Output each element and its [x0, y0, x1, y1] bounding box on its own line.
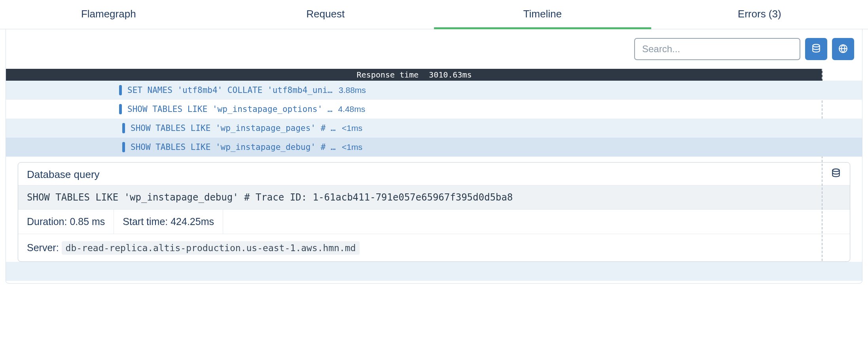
globe-icon — [838, 44, 848, 55]
span-marker — [119, 104, 122, 114]
query-text: SET NAMES 'utf8mb4' COLLATE 'utf8mb4_uni… — [127, 85, 333, 95]
query-duration: <1ms — [342, 123, 362, 133]
timeline-row[interactable]: SHOW TABLES LIKE 'wp_instapage_pages' # … — [6, 119, 862, 138]
detail-meta: Duration: 0.85 ms Start time: 424.25ms — [18, 210, 850, 234]
timeline-area: Response time 3010.63ms SET NAMES 'utf8m… — [6, 69, 862, 281]
server-value: db-read-replica.altis-production.us-east… — [62, 241, 360, 255]
query-duration: <1ms — [342, 142, 362, 152]
detail-duration: Duration: 0.85 ms — [18, 210, 114, 234]
detail-panel: Database query SHOW TABLES LIKE 'wp_inst… — [18, 162, 850, 262]
query-text: SHOW TABLES LIKE 'wp_instapage_pages' # … — [131, 123, 336, 133]
filter-http-button[interactable] — [832, 38, 854, 60]
timeline-panel: Response time 3010.63ms SET NAMES 'utf8m… — [6, 29, 862, 284]
tab-flamegraph[interactable]: Flamegraph — [0, 0, 217, 29]
server-label: Server: — [27, 242, 59, 253]
query-text: SHOW TABLES LIKE 'wp_instapage_options' … — [127, 104, 332, 114]
detail-start-time: Start time: 424.25ms — [114, 210, 223, 234]
timeline-rows: SET NAMES 'utf8mb4' COLLATE 'utf8mb4_uni… — [6, 81, 862, 281]
timeline-row[interactable]: SET NAMES 'utf8mb4' COLLATE 'utf8mb4_uni… — [6, 81, 862, 100]
span-marker — [119, 85, 122, 95]
timeline-row[interactable]: SHOW TABLES LIKE 'wp_instapage_options' … — [6, 100, 862, 119]
span-marker — [122, 142, 125, 152]
filter-database-button[interactable] — [805, 38, 827, 60]
timeline-row[interactable]: SHOW TABLES LIKE 'wp_instapage_debug' # … — [6, 138, 862, 157]
response-time-value: 3010.63ms — [429, 70, 472, 79]
search-input[interactable] — [634, 38, 800, 60]
database-icon — [831, 168, 841, 181]
detail-server: Server: db-read-replica.altis-production… — [18, 234, 850, 261]
query-text: SHOW TABLES LIKE 'wp_instapage_debug' # … — [131, 142, 336, 152]
response-time-label: Response time — [357, 70, 419, 79]
query-duration: 4.48ms — [338, 104, 365, 114]
query-duration: 3.88ms — [339, 85, 366, 95]
svg-point-0 — [813, 44, 819, 47]
span-marker — [122, 123, 125, 133]
tab-errors[interactable]: Errors (3) — [651, 0, 868, 29]
tab-timeline[interactable]: Timeline — [434, 0, 651, 29]
detail-title: Database query — [27, 168, 100, 181]
detail-query-text: SHOW TABLES LIKE 'wp_instapage_debug' # … — [18, 185, 850, 210]
response-time-bar: Response time 3010.63ms — [6, 69, 823, 81]
svg-point-2 — [832, 169, 839, 172]
tabs-bar: Flamegraph Request Timeline Errors (3) — [0, 0, 868, 29]
toolbar — [6, 29, 862, 69]
database-icon — [811, 44, 821, 55]
tab-request[interactable]: Request — [217, 0, 434, 29]
timeline-row-empty — [6, 262, 862, 281]
